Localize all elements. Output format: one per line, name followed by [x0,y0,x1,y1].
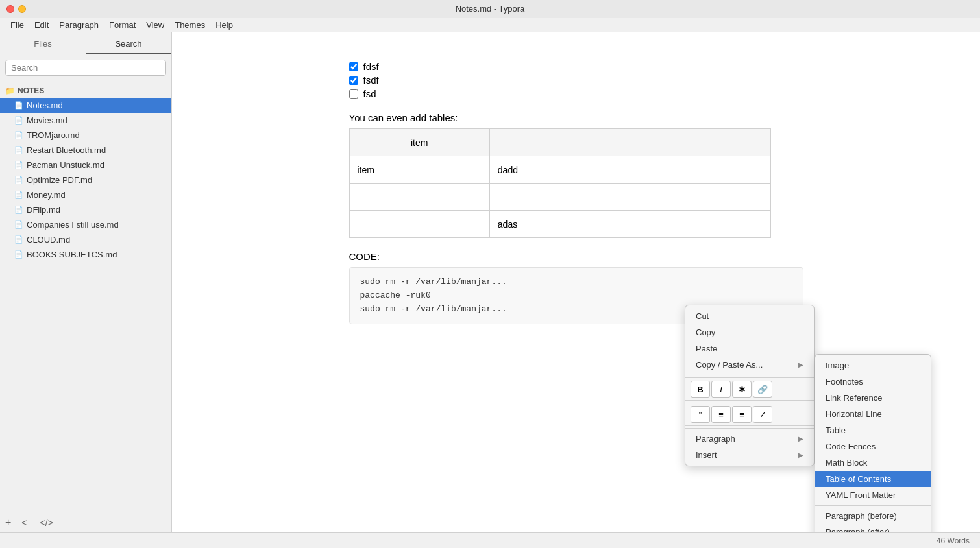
notes-section: 📁 NOTES 📄 Notes.md 📄 Movies.md 📄 TROMjar… [0,81,171,265]
menu-edit[interactable]: Edit [29,19,54,31]
sidebar-item-books-md[interactable]: 📄 BOOKS SUBJETCS.md [0,247,171,262]
table-cell [489,184,630,211]
menu-format[interactable]: Format [104,19,141,31]
search-input[interactable] [5,60,166,76]
sidebar-item-restart-bluetooth-md[interactable]: 📄 Restart Bluetooth.md [0,143,171,158]
submenu-paragraph-after[interactable]: Paragraph (after) [815,524,931,532]
checkbox-fsd[interactable] [349,89,358,99]
submenu-link-reference[interactable]: Link Reference [815,390,931,406]
file-label: Notes.md [27,101,63,110]
table-row: item dadd [349,156,770,184]
table-cell [630,156,770,184]
checkbox-label-fsd: fsd [363,88,376,99]
context-menu-paste[interactable]: Paste [685,340,814,357]
checkbox-item-fsd: fsd [349,88,803,99]
window-title: Notes.md - Typora [456,4,525,14]
file-icon: 📄 [14,206,23,214]
menu-file[interactable]: File [5,19,29,31]
checkbox-item-fdsf: fdsf [349,61,803,72]
file-label: Money.md [27,190,66,200]
submenu-code-fences[interactable]: Code Fences [815,438,931,455]
checkbox-fdsf[interactable] [349,62,358,71]
file-label: Companies I still use.md [27,220,119,230]
nav-back-button[interactable]: < [16,515,32,530]
table-row [349,184,770,211]
context-menu-insert-label: Insert [696,450,717,460]
submenu-table[interactable]: Table [815,422,931,438]
submenu-yaml-front-matter[interactable]: YAML Front Matter [815,487,931,503]
context-menu-copy-paste-as[interactable]: Copy / Paste As... ▶ [685,357,814,373]
insert-submenu: Image Footnotes Link Reference Horizonta… [815,354,931,532]
submenu-footnotes[interactable]: Footnotes [815,374,931,390]
file-label: Pacman Unstuck.md [27,160,104,170]
table-cell [349,184,489,211]
tab-search[interactable]: Search [86,35,171,54]
sidebar-item-cloud-md[interactable]: 📄 CLOUD.md [0,232,171,247]
status-bar: 46 Words [0,532,980,548]
editor-content: fdsf fsdf fsd You can even add tables: i… [349,61,803,324]
sidebar-bottom: + < </> [0,512,171,532]
insert-submenu-arrow: ▶ [798,451,803,459]
context-menu-insert[interactable]: Insert ▶ [685,447,814,463]
checkbox-label-fdsf: fdsf [363,61,379,72]
sidebar-item-companies-md[interactable]: 📄 Companies I still use.md [0,217,171,232]
folder-icon: 📁 [5,86,15,95]
context-menu-copy[interactable]: Copy [685,324,814,340]
submenu-image[interactable]: Image [815,357,931,374]
sidebar-item-optimize-pdf-md[interactable]: 📄 Optimize PDF.md [0,173,171,187]
editor-area[interactable]: fdsf fsdf fsd You can even add tables: i… [172,32,980,532]
search-box-container [0,54,171,81]
format-link-button[interactable]: 🔗 [753,381,772,398]
sidebar-nav: < </> [16,515,58,530]
submenu-arrow: ▶ [798,361,803,368]
sidebar-item-tromjaro-md[interactable]: 📄 TROMjaro.md [0,128,171,143]
main-layout: Files Search 📁 NOTES 📄 Notes.md 📄 Movies… [0,32,980,532]
minimize-button[interactable] [18,5,26,13]
format-list2-button[interactable]: ≡ [732,406,752,423]
sidebar-item-dflip-md[interactable]: 📄 DFlip.md [0,202,171,217]
sidebar-item-money-md[interactable]: 📄 Money.md [0,187,171,202]
file-label: Restart Bluetooth.md [27,145,106,155]
sidebar-tabs: Files Search [0,32,171,54]
context-menu-cut[interactable]: Cut [685,308,814,324]
context-menu-paragraph[interactable]: Paragraph ▶ [685,431,814,447]
format-bar-2: " ≡ ≡ ✓ [685,403,814,426]
submenu-paragraph-before[interactable]: Paragraph (before) [815,508,931,524]
menu-paragraph[interactable]: Paragraph [54,19,104,31]
sidebar: Files Search 📁 NOTES 📄 Notes.md 📄 Movies… [0,32,172,532]
table-row: adas [349,211,770,238]
submenu-horizontal-line[interactable]: Horizontal Line [815,406,931,422]
file-icon: 📄 [14,250,23,259]
word-count: 46 Words [937,536,970,545]
nav-source-button[interactable]: </> [35,515,58,530]
format-bold-button[interactable]: B [691,381,710,398]
notes-header-label: NOTES [18,86,44,95]
menu-themes[interactable]: Themes [169,19,210,31]
menu-view[interactable]: View [141,19,169,31]
format-check-button[interactable]: ✓ [753,406,772,423]
format-list-button[interactable]: ≡ [711,406,731,423]
menu-help[interactable]: Help [210,19,238,31]
file-label: BOOKS SUBJETCS.md [27,250,117,259]
table-cell: item [349,156,489,184]
paragraph-submenu-arrow: ▶ [798,435,803,442]
format-italic-button[interactable]: I [711,381,731,398]
sidebar-item-pacman-unstuck-md[interactable]: 📄 Pacman Unstuck.md [0,158,171,173]
checkbox-item-fsdf: fsdf [349,75,803,86]
submenu-table-of-contents[interactable]: Table of Contents [815,471,931,487]
tab-files[interactable]: Files [0,35,86,54]
add-file-button[interactable]: + [5,517,11,529]
submenu-math-block[interactable]: Math Block [815,455,931,471]
checkbox-fsdf[interactable] [349,76,358,85]
file-icon: 📄 [14,235,23,244]
file-icon: 📄 [14,161,23,169]
code-line-1: paccache -ruk0 [360,289,792,303]
format-star-button[interactable]: ✱ [732,381,752,398]
table-header-2 [630,129,770,156]
checkbox-label-fsdf: fsdf [363,75,379,86]
format-quote-button[interactable]: " [691,406,710,423]
sidebar-item-notes-md[interactable]: 📄 Notes.md [0,98,171,113]
context-menu-copy-label: Copy [696,328,715,337]
close-button[interactable] [6,5,14,13]
sidebar-item-movies-md[interactable]: 📄 Movies.md [0,113,171,128]
